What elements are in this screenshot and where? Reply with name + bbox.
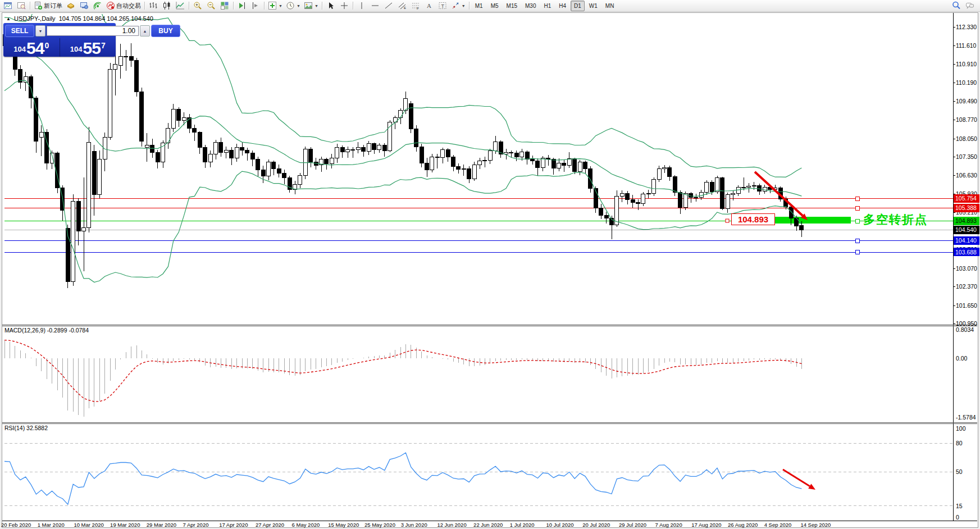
dropdown-caret-icon[interactable]: ▼ xyxy=(314,4,318,8)
sell-price-pip: 0 xyxy=(44,41,49,50)
sell-price[interactable]: 104 54 0 xyxy=(3,38,60,57)
crosshair-icon[interactable] xyxy=(338,0,351,11)
periods-icon xyxy=(286,1,295,10)
timeframe-button-m15[interactable]: M15 xyxy=(503,1,521,11)
bar-chart-icon xyxy=(149,1,158,10)
auto-trading-button[interactable]: 自动交易 xyxy=(104,0,143,11)
fibonacci-icon[interactable]: F xyxy=(409,0,422,11)
price-flag-104893: 104.893 xyxy=(954,217,979,225)
text-icon[interactable]: A xyxy=(422,0,436,11)
zoom-in-icon xyxy=(193,1,202,10)
vertical-line-icon xyxy=(357,1,366,10)
signals-icon[interactable] xyxy=(91,0,104,11)
date-tick-label: 20 Jul 2020 xyxy=(582,522,610,528)
chat-icon xyxy=(965,1,974,10)
market-watch-icon[interactable] xyxy=(64,0,78,11)
new-chart-icon[interactable] xyxy=(1,0,15,11)
new-chart-icon xyxy=(3,1,12,10)
buy-button[interactable]: BUY xyxy=(151,25,180,37)
price-tick-label: 103.070 xyxy=(956,265,979,272)
price-tick-label: 111.610 xyxy=(956,42,979,49)
new-order-button-label: 新订单 xyxy=(44,2,62,10)
rsi-axis-label: 15 xyxy=(956,503,979,509)
buy-price-figure: 104 xyxy=(70,45,83,53)
date-tick-label: 7 Aug 2020 xyxy=(655,522,682,528)
auto-scroll-icon xyxy=(238,1,247,10)
channel-icon[interactable]: E xyxy=(395,0,409,11)
main-toolbar: 新订单自动交易▼▼▼EFAT▼M1M5M15M30H1H4D1W1MN xyxy=(0,0,980,12)
timeframe-button-d1[interactable]: D1 xyxy=(571,1,585,11)
date-tick-label: 29 Mar 2020 xyxy=(147,522,176,528)
volume-input[interactable] xyxy=(47,26,139,36)
rsi-axis-label: 0 xyxy=(956,514,979,521)
bar-chart-icon[interactable] xyxy=(147,0,160,11)
profiles-icon xyxy=(17,1,26,10)
timeframe-button-m5[interactable]: M5 xyxy=(487,1,502,11)
macd-axis-label: -1.5784 xyxy=(956,414,979,421)
volume-decrease-button[interactable]: ▼ xyxy=(35,25,45,37)
toolbar-separator xyxy=(264,2,265,10)
search-icon[interactable] xyxy=(950,0,963,11)
tile-windows-icon[interactable] xyxy=(218,0,231,11)
toolbar-separator xyxy=(189,2,189,10)
arrows-icon[interactable]: ▼ xyxy=(449,0,467,11)
terminal-icon xyxy=(80,1,89,10)
price-tick-label: 110.190 xyxy=(956,79,979,86)
toolbar-separator xyxy=(322,2,322,10)
trendline-icon[interactable] xyxy=(382,0,395,11)
label-icon[interactable]: T xyxy=(436,0,449,11)
sell-button[interactable]: SELL xyxy=(5,25,34,37)
volume-increase-button[interactable]: ▲ xyxy=(140,25,150,37)
price-tick-label: 101.650 xyxy=(956,302,979,309)
timeframe-button-m30[interactable]: M30 xyxy=(522,1,539,11)
price-callout-104893[interactable]: 104.893 xyxy=(731,213,775,225)
periods-icon[interactable]: ▼ xyxy=(284,0,302,11)
date-tick-label: 12 Jun 2020 xyxy=(437,522,466,528)
timeframe-button-h1[interactable]: H1 xyxy=(540,1,554,11)
collapse-panel-icon[interactable]: ▲ xyxy=(6,16,11,21)
price-flag-104540: 104.540 xyxy=(954,226,979,234)
rsi-axis-label: 80 xyxy=(956,440,979,446)
price-tick-label: 106.630 xyxy=(956,172,979,179)
date-tick-label: 3 Jun 2020 xyxy=(401,522,427,528)
date-tick-label: 7 Apr 2020 xyxy=(183,522,209,528)
dropdown-caret-icon[interactable]: ▼ xyxy=(297,4,300,8)
price-flag-105388: 105.388 xyxy=(954,204,979,212)
line-chart-icon[interactable] xyxy=(174,0,187,11)
zoom-out-icon[interactable] xyxy=(204,0,218,11)
buy-price[interactable]: 104 55 7 xyxy=(60,38,116,57)
candle-chart-icon[interactable] xyxy=(160,0,174,11)
zoom-in-icon[interactable] xyxy=(191,0,204,11)
timeframe-button-h4[interactable]: H4 xyxy=(555,1,569,11)
toolbar-separator xyxy=(469,2,470,10)
buy-price-pip: 7 xyxy=(101,41,106,50)
dropdown-caret-icon[interactable]: ▼ xyxy=(462,4,466,8)
chart-shift-icon[interactable] xyxy=(249,0,262,11)
timeframe-button-mn[interactable]: MN xyxy=(602,1,618,11)
date-tick-label: 6 May 2020 xyxy=(292,522,320,528)
timeframe-button-m1[interactable]: M1 xyxy=(472,1,486,11)
terminal-icon[interactable] xyxy=(78,0,91,11)
svg-text:F: F xyxy=(417,7,419,10)
indicators-icon[interactable]: ▼ xyxy=(266,0,284,11)
new-order-icon xyxy=(34,1,43,10)
horizontal-line-icon[interactable] xyxy=(368,0,382,11)
vertical-line-icon[interactable] xyxy=(355,0,368,11)
templates-icon[interactable]: ▼ xyxy=(302,0,320,11)
auto-scroll-icon[interactable] xyxy=(235,0,249,11)
price-flag-103688: 103.688 xyxy=(954,248,979,256)
chat-icon[interactable] xyxy=(963,0,977,11)
signals-icon xyxy=(93,1,102,10)
toolbar-separator xyxy=(144,2,145,10)
arrows-icon xyxy=(451,1,460,10)
date-tick-label: 10 Mar 2020 xyxy=(74,522,103,528)
date-tick-label: 17 Apr 2020 xyxy=(219,522,248,528)
new-order-button[interactable]: 新订单 xyxy=(32,0,64,11)
cursor-icon[interactable] xyxy=(324,0,338,11)
dropdown-caret-icon[interactable]: ▼ xyxy=(279,4,282,8)
rsi-axis-label: 50 xyxy=(956,468,979,475)
macd-label: MACD(12,26,9) -0.2899 -0.0784 xyxy=(4,327,89,334)
zone-annotation-text[interactable]: 多空转折点 xyxy=(863,212,928,227)
timeframe-button-w1[interactable]: W1 xyxy=(586,1,601,11)
profiles-icon[interactable] xyxy=(15,0,28,11)
